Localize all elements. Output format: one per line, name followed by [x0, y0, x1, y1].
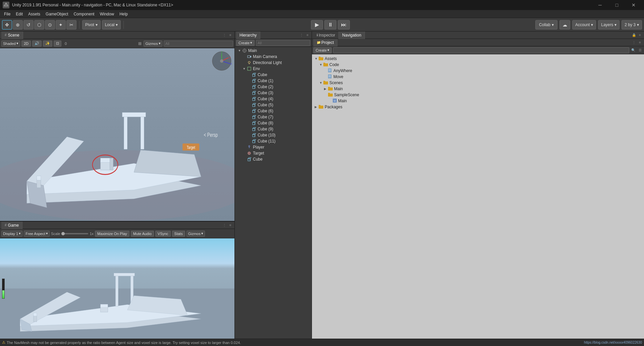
hierarchy-lock-btn[interactable]: ⋮: [299, 33, 304, 38]
move-tool[interactable]: ⊕: [13, 20, 23, 30]
hierarchy-item-10[interactable]: Cube (6): [235, 108, 312, 114]
project-search-btn[interactable]: 🔍: [631, 48, 636, 53]
tree-icon-11: [252, 115, 256, 119]
scene-view[interactable]: Target < Persp x y: [0, 48, 234, 221]
layers-button[interactable]: Layers ▾: [598, 20, 620, 30]
game-lock-btn[interactable]: ⋮: [222, 223, 227, 228]
hierarchy-item-14[interactable]: Cube (10): [235, 132, 312, 138]
pause-button[interactable]: ⏸: [324, 20, 336, 30]
scene-audio-btn[interactable]: 🔊: [32, 41, 42, 47]
menu-component[interactable]: Component: [71, 11, 97, 17]
project-create-btn[interactable]: Create ▾: [313, 47, 332, 53]
hierarchy-item-4[interactable]: Cube: [235, 72, 312, 78]
project-item-7[interactable]: UMain: [313, 98, 643, 104]
local-dropdown[interactable]: Local ▾: [102, 20, 121, 30]
hierarchy-search-input[interactable]: [256, 40, 310, 46]
maximize-button[interactable]: □: [609, 0, 625, 10]
svg-rect-18: [37, 176, 41, 180]
hierarchy-create-btn[interactable]: Create ▾: [236, 40, 255, 46]
project-filter-btn[interactable]: ☰: [637, 48, 643, 53]
cloud-button[interactable]: ☁: [559, 20, 570, 30]
maximize-on-play-btn[interactable]: Maximize On Play: [95, 231, 129, 237]
hierarchy-item-1[interactable]: Main Camera: [235, 54, 312, 60]
custom-tool[interactable]: ✂: [66, 20, 76, 30]
project-item-3[interactable]: Move: [313, 74, 643, 80]
inspector-tab[interactable]: ℹ Inspector: [313, 32, 339, 39]
collab-button[interactable]: Collab ▾: [535, 20, 557, 30]
project-tab[interactable]: 📁 Project: [313, 39, 337, 46]
hierarchy-item-6[interactable]: Cube (2): [235, 84, 312, 90]
hierarchy-item-13[interactable]: Cube (9): [235, 126, 312, 132]
account-button[interactable]: Account ▾: [572, 20, 596, 30]
menu-window[interactable]: Window: [97, 11, 117, 17]
hierarchy-item-17[interactable]: Target: [235, 150, 312, 156]
2d-btn[interactable]: 2D: [21, 41, 31, 47]
scene-menu-btn[interactable]: ≡: [228, 33, 233, 38]
scene-effect-btn[interactable]: ✨: [43, 41, 52, 47]
inspector-menu-btn[interactable]: ≡: [637, 33, 643, 38]
scene-nav-btn[interactable]: ⊡: [54, 41, 61, 47]
project-item-6[interactable]: SampleScene: [313, 92, 643, 98]
hierarchy-tab[interactable]: Hierarchy: [236, 32, 260, 39]
transform-tool[interactable]: ✦: [56, 20, 66, 30]
inspector-lock-btn[interactable]: 🔒: [631, 33, 637, 38]
hierarchy-item-0[interactable]: ▼Main: [235, 48, 312, 54]
game-menu-btn[interactable]: ≡: [228, 223, 233, 228]
navigation-tab[interactable]: Navigation: [339, 32, 365, 39]
hierarchy-menu-btn[interactable]: ≡: [305, 33, 310, 38]
project-search-input[interactable]: [333, 47, 629, 53]
hierarchy-item-7[interactable]: Cube (3): [235, 90, 312, 96]
hierarchy-item-8[interactable]: Cube (4): [235, 96, 312, 102]
hierarchy-item-3[interactable]: ▼Env: [235, 66, 312, 72]
game-tab[interactable]: # Game: [1, 222, 22, 229]
project-item-4[interactable]: ▼Scenes: [313, 80, 643, 86]
project-item-0[interactable]: ▼Assets: [313, 56, 643, 62]
unity-logo: [3, 2, 9, 8]
hierarchy-item-16[interactable]: Player: [235, 144, 312, 150]
project-menu-btn[interactable]: ≡: [637, 40, 643, 45]
close-button[interactable]: ✕: [626, 0, 641, 10]
scene-tab[interactable]: # Scene: [1, 32, 23, 39]
menu-edit[interactable]: Edit: [13, 11, 25, 17]
display-dropdown[interactable]: Display 1 ▾: [1, 231, 22, 237]
game-gizmos-dropdown[interactable]: Gizmos ▾: [186, 231, 205, 237]
hierarchy-item-15[interactable]: Cube (11): [235, 138, 312, 144]
gizmos-dropdown[interactable]: Gizmos ▾: [144, 41, 162, 47]
game-view[interactable]: [0, 238, 234, 339]
hierarchy-item-18[interactable]: Cube: [235, 156, 312, 162]
hierarchy-item-5[interactable]: Cube (1): [235, 78, 312, 84]
rotate-tool[interactable]: ↺: [23, 20, 34, 30]
stats-btn[interactable]: Stats: [172, 231, 185, 237]
pivot-dropdown[interactable]: Pivot ▾: [82, 20, 101, 30]
hierarchy-item-9[interactable]: Cube (5): [235, 102, 312, 108]
play-button[interactable]: ▶: [311, 20, 323, 30]
menu-gameobject[interactable]: GameObject: [43, 11, 71, 17]
project-item-8[interactable]: ▶Packages: [313, 104, 643, 110]
hierarchy-item-12[interactable]: Cube (8): [235, 120, 312, 126]
hierarchy-item-2[interactable]: Directional Light: [235, 60, 312, 66]
shading-dropdown[interactable]: Shaded ▾: [1, 41, 20, 47]
aspect-dropdown[interactable]: Free Aspect ▾: [24, 231, 50, 237]
hierarchy-item-11[interactable]: Cube (7): [235, 114, 312, 120]
scene-zero-btn[interactable]: 0: [63, 41, 69, 47]
project-item-5[interactable]: ▶Main: [313, 86, 643, 92]
step-button[interactable]: ⏭: [338, 20, 350, 30]
project-item-1[interactable]: ▼Code: [313, 62, 643, 68]
minimize-button[interactable]: ─: [592, 0, 608, 10]
vsync-btn[interactable]: VSync: [155, 231, 171, 237]
menu-assets[interactable]: Assets: [25, 11, 43, 17]
mute-audio-btn[interactable]: Mute Audio: [131, 231, 154, 237]
svg-rect-92: [248, 159, 250, 161]
scene-lock-btn[interactable]: ⋮: [222, 33, 227, 38]
layout-button[interactable]: 2 by 3 ▾: [622, 20, 642, 30]
scale-tool[interactable]: ⬡: [34, 20, 44, 30]
menu-file[interactable]: File: [1, 11, 13, 17]
scale-slider[interactable]: [61, 233, 88, 234]
menu-help[interactable]: Help: [117, 11, 130, 17]
proj-label-3: Move: [333, 74, 343, 79]
project-item-2[interactable]: AnyWhere: [313, 68, 643, 74]
rect-tool[interactable]: ⊙: [45, 20, 55, 30]
scene-search-input[interactable]: [164, 41, 233, 47]
project-lock-btn[interactable]: ⋮: [631, 40, 637, 45]
hand-tool[interactable]: ✥: [2, 20, 12, 30]
